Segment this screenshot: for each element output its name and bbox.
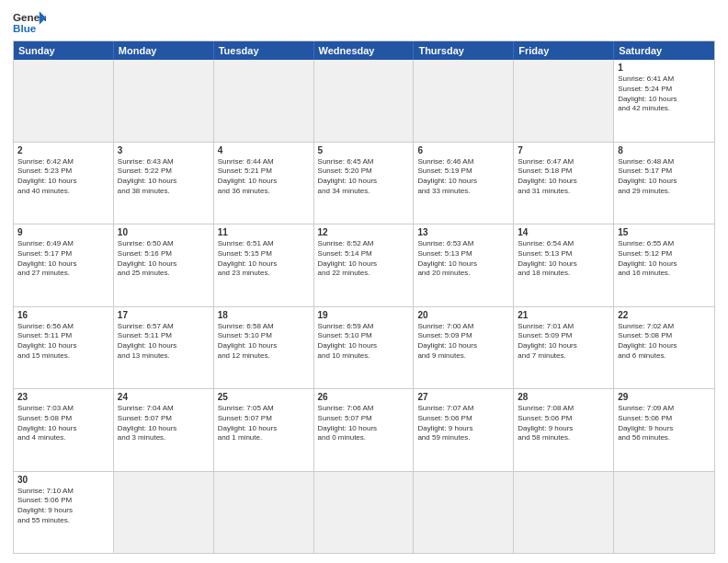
day-info: Sunrise: 7:00 AM Sunset: 5:09 PM Dayligh… [417, 322, 509, 362]
day-info: Sunrise: 7:06 AM Sunset: 5:07 PM Dayligh… [318, 404, 410, 443]
cal-cell: 20Sunrise: 7:00 AM Sunset: 5:09 PM Dayli… [414, 307, 514, 389]
calendar: SundayMondayTuesdayWednesdayThursdayFrid… [13, 40, 715, 554]
calendar-header-row: SundayMondayTuesdayWednesdayThursdayFrid… [14, 41, 714, 60]
day-info: Sunrise: 7:07 AM Sunset: 5:06 PM Dayligh… [417, 404, 509, 443]
cal-cell: 30Sunrise: 7:10 AM Sunset: 5:06 PM Dayli… [14, 472, 114, 554]
day-number: 12 [318, 227, 410, 237]
day-info: Sunrise: 6:42 AM Sunset: 5:23 PM Dayligh… [17, 157, 109, 197]
day-number: 26 [318, 392, 410, 402]
header: General Blue [13, 9, 715, 35]
day-info: Sunrise: 6:44 AM Sunset: 5:21 PM Dayligh… [218, 157, 310, 197]
day-number: 23 [17, 392, 109, 402]
cal-cell [14, 60, 114, 142]
cal-cell: 13Sunrise: 6:53 AM Sunset: 5:13 PM Dayli… [414, 224, 514, 306]
day-number: 11 [218, 227, 310, 237]
day-info: Sunrise: 6:50 AM Sunset: 5:16 PM Dayligh… [118, 239, 210, 279]
cal-header-friday: Friday [514, 41, 614, 60]
cal-cell: 12Sunrise: 6:52 AM Sunset: 5:14 PM Dayli… [314, 224, 415, 306]
day-number: 13 [417, 227, 509, 237]
day-info: Sunrise: 6:43 AM Sunset: 5:22 PM Dayligh… [118, 157, 210, 197]
day-number: 24 [118, 392, 210, 402]
cal-cell: 21Sunrise: 7:01 AM Sunset: 5:09 PM Dayli… [514, 307, 614, 389]
cal-cell: 2Sunrise: 6:42 AM Sunset: 5:23 PM Daylig… [14, 143, 114, 224]
cal-cell: 10Sunrise: 6:50 AM Sunset: 5:16 PM Dayli… [114, 224, 214, 306]
cal-week-5: 30Sunrise: 7:10 AM Sunset: 5:06 PM Dayli… [14, 471, 714, 554]
day-info: Sunrise: 6:46 AM Sunset: 5:19 PM Dayligh… [417, 157, 509, 197]
day-number: 20 [417, 310, 509, 320]
cal-header-monday: Monday [114, 41, 214, 60]
cal-header-wednesday: Wednesday [314, 41, 415, 60]
day-number: 17 [118, 310, 210, 320]
cal-cell: 28Sunrise: 7:08 AM Sunset: 5:06 PM Dayli… [514, 389, 614, 471]
cal-week-1: 2Sunrise: 6:42 AM Sunset: 5:23 PM Daylig… [14, 142, 714, 224]
cal-cell: 16Sunrise: 6:56 AM Sunset: 5:11 PM Dayli… [14, 307, 114, 389]
cal-cell [614, 472, 714, 554]
day-info: Sunrise: 6:51 AM Sunset: 5:15 PM Dayligh… [218, 239, 310, 279]
cal-cell: 26Sunrise: 7:06 AM Sunset: 5:07 PM Dayli… [314, 389, 415, 471]
cal-cell: 23Sunrise: 7:03 AM Sunset: 5:08 PM Dayli… [14, 389, 114, 471]
day-number: 4 [218, 145, 310, 155]
cal-cell: 25Sunrise: 7:05 AM Sunset: 5:07 PM Dayli… [214, 389, 314, 471]
day-number: 29 [618, 392, 711, 402]
cal-cell [114, 60, 214, 142]
day-info: Sunrise: 7:02 AM Sunset: 5:08 PM Dayligh… [618, 322, 711, 362]
cal-cell: 5Sunrise: 6:45 AM Sunset: 5:20 PM Daylig… [314, 143, 415, 224]
day-info: Sunrise: 6:58 AM Sunset: 5:10 PM Dayligh… [218, 322, 310, 362]
cal-header-tuesday: Tuesday [214, 41, 314, 60]
day-number: 15 [618, 227, 711, 237]
day-number: 27 [417, 392, 509, 402]
cal-header-thursday: Thursday [414, 41, 514, 60]
cal-cell [314, 60, 415, 142]
day-number: 6 [417, 145, 509, 155]
cal-header-sunday: Sunday [14, 41, 114, 60]
cal-cell [214, 60, 314, 142]
day-number: 21 [518, 310, 609, 320]
day-number: 18 [218, 310, 310, 320]
cal-week-2: 9Sunrise: 6:49 AM Sunset: 5:17 PM Daylig… [14, 224, 714, 306]
day-number: 28 [518, 392, 609, 402]
cal-cell: 8Sunrise: 6:48 AM Sunset: 5:17 PM Daylig… [614, 143, 714, 224]
day-info: Sunrise: 7:03 AM Sunset: 5:08 PM Dayligh… [17, 404, 109, 443]
logo: General Blue [13, 9, 46, 35]
day-info: Sunrise: 6:57 AM Sunset: 5:11 PM Dayligh… [118, 322, 210, 362]
cal-cell [114, 472, 214, 554]
cal-cell [414, 472, 514, 554]
cal-week-0: 1Sunrise: 6:41 AM Sunset: 5:24 PM Daylig… [14, 60, 714, 142]
page: General Blue SundayMondayTuesdayWednesda… [0, 0, 728, 563]
cal-cell: 24Sunrise: 7:04 AM Sunset: 5:07 PM Dayli… [114, 389, 214, 471]
cal-cell: 18Sunrise: 6:58 AM Sunset: 5:10 PM Dayli… [214, 307, 314, 389]
cal-cell: 22Sunrise: 7:02 AM Sunset: 5:08 PM Dayli… [614, 307, 714, 389]
day-number: 22 [618, 310, 711, 320]
day-info: Sunrise: 6:41 AM Sunset: 5:24 PM Dayligh… [618, 75, 711, 114]
day-info: Sunrise: 7:04 AM Sunset: 5:07 PM Dayligh… [118, 404, 210, 443]
day-info: Sunrise: 7:10 AM Sunset: 5:06 PM Dayligh… [17, 487, 109, 526]
cal-cell: 4Sunrise: 6:44 AM Sunset: 5:21 PM Daylig… [214, 143, 314, 224]
cal-cell: 17Sunrise: 6:57 AM Sunset: 5:11 PM Dayli… [114, 307, 214, 389]
day-number: 16 [17, 310, 109, 320]
cal-cell: 3Sunrise: 6:43 AM Sunset: 5:22 PM Daylig… [114, 143, 214, 224]
day-info: Sunrise: 7:01 AM Sunset: 5:09 PM Dayligh… [518, 322, 609, 362]
day-info: Sunrise: 6:56 AM Sunset: 5:11 PM Dayligh… [17, 322, 109, 362]
day-info: Sunrise: 6:48 AM Sunset: 5:17 PM Dayligh… [618, 157, 711, 197]
day-number: 14 [518, 227, 609, 237]
cal-cell: 29Sunrise: 7:09 AM Sunset: 5:06 PM Dayli… [614, 389, 714, 471]
day-number: 7 [518, 145, 609, 155]
cal-cell: 9Sunrise: 6:49 AM Sunset: 5:17 PM Daylig… [14, 224, 114, 306]
day-info: Sunrise: 6:49 AM Sunset: 5:17 PM Dayligh… [17, 239, 109, 279]
cal-cell [214, 472, 314, 554]
day-number: 9 [17, 227, 109, 237]
cal-cell [514, 472, 614, 554]
cal-cell: 15Sunrise: 6:55 AM Sunset: 5:12 PM Dayli… [614, 224, 714, 306]
day-info: Sunrise: 6:53 AM Sunset: 5:13 PM Dayligh… [417, 239, 509, 279]
day-number: 25 [218, 392, 310, 402]
cal-cell: 7Sunrise: 6:47 AM Sunset: 5:18 PM Daylig… [514, 143, 614, 224]
cal-header-saturday: Saturday [614, 41, 714, 60]
generalblue-logo-icon: General Blue [13, 9, 46, 35]
day-number: 3 [118, 145, 210, 155]
day-info: Sunrise: 7:09 AM Sunset: 5:06 PM Dayligh… [618, 404, 711, 443]
cal-cell [514, 60, 614, 142]
cal-cell [414, 60, 514, 142]
cal-week-3: 16Sunrise: 6:56 AM Sunset: 5:11 PM Dayli… [14, 306, 714, 389]
day-number: 5 [318, 145, 410, 155]
cal-cell: 19Sunrise: 6:59 AM Sunset: 5:10 PM Dayli… [314, 307, 415, 389]
